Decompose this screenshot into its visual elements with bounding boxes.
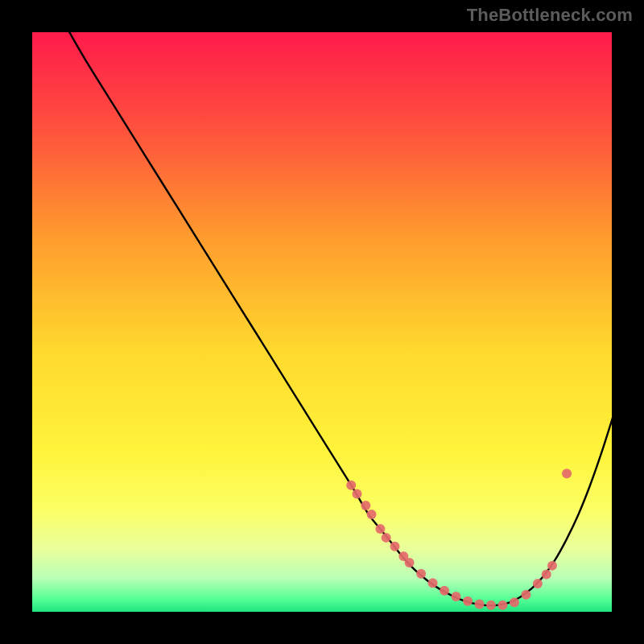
sample-point xyxy=(486,601,496,610)
sample-point xyxy=(375,524,385,534)
sample-point xyxy=(405,558,415,568)
sample-point xyxy=(367,510,377,519)
chart-plot xyxy=(31,31,613,613)
sample-point xyxy=(463,597,473,606)
sample-point xyxy=(452,592,461,601)
sample-point xyxy=(474,599,484,609)
sample-point xyxy=(382,533,391,543)
chart-container: TheBottleneck.com xyxy=(0,0,644,644)
sample-point xyxy=(428,578,438,588)
sample-point xyxy=(440,586,449,596)
sample-point xyxy=(361,501,370,510)
sample-point xyxy=(346,481,356,490)
sample-point xyxy=(562,469,572,478)
sample-point xyxy=(416,569,426,579)
sample-point xyxy=(521,590,530,600)
sample-point xyxy=(542,569,551,579)
watermark-label: TheBottleneck.com xyxy=(467,5,633,26)
sample-point xyxy=(533,579,543,588)
sample-point xyxy=(497,601,507,610)
sample-point xyxy=(510,597,519,607)
sample-point xyxy=(390,542,400,551)
sample-point xyxy=(352,489,361,499)
sample-point xyxy=(547,561,557,571)
gradient-background xyxy=(31,31,613,613)
